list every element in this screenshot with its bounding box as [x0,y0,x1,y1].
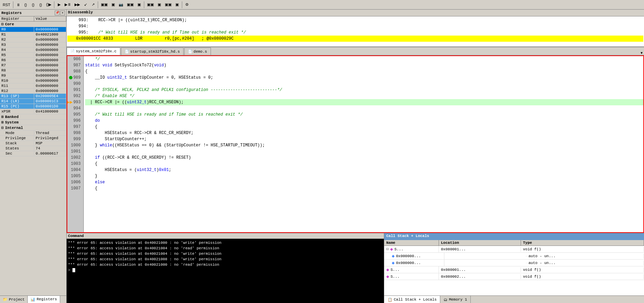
tab-scroll-arrow[interactable]: ▼ [641,51,644,55]
toolbar-stepover-btn[interactable]: ▶▶ [73,1,81,9]
expand-internal-icon[interactable]: ⊟ [1,126,4,130]
toolbar-step4-btn[interactable]: {}▶ [45,1,53,9]
line-num-992: 992 [69,93,82,99]
table-row[interactable]: R14 (LR) 0x080001C3 [0,99,66,104]
breakpoint-989[interactable] [69,76,72,79]
source-code-editor[interactable]: */ static void SetSysClockTo72(void) { _… [84,56,643,232]
code-line-1002: if ((RCC->CR & RCC_CR_HSERDY) != RESET) [85,155,643,161]
expand-system-icon[interactable]: ⊞ [1,120,4,124]
table-row[interactable]: R13 (SP) 0x200005E4 [0,94,66,99]
table-row[interactable]: xPSR 0x41000000 [0,109,66,114]
toolbar-flash-btn[interactable]: ▣▣ [163,1,173,9]
expand-banked-icon[interactable]: ⊞ [1,115,4,119]
tab-system-stm32[interactable]: 📄 system_stm32f10x.c [67,48,120,55]
toolbar-sep-1 [13,1,13,8]
toolbar-step2-btn[interactable]: {} [30,1,37,9]
panel-close-icon[interactable]: ✕ [60,11,65,15]
tab-callstack-locals[interactable]: 📋 Call Stack + Locals [384,296,440,303]
toolbar-stepout-btn[interactable]: ↗ [90,1,96,9]
table-row[interactable]: R3 0x00000000 [0,42,66,48]
toolbar-regs-btn[interactable]: ▣▣ [125,1,135,9]
table-row[interactable]: R6 0x00000000 [0,58,66,63]
list-item[interactable]: ◆ 0x000000... auto - un... [384,253,644,260]
command-content[interactable]: *** error 65: access violation at 0x4002… [67,239,384,274]
tab-registers[interactable]: 📊 Registers [28,296,60,303]
tab-startup-stm32[interactable]: 📄 startup_stm32f10x_hd.s [121,48,184,55]
toolbar-watch-btn[interactable]: ▣ [110,1,117,9]
code-line-1000: } while((HSEStatus == 0) && (StartUpCoun… [85,142,643,148]
registers-panel-header: Registers 📌 ✕ [0,10,66,16]
code-line-992: /* Enable HSE */ [85,93,643,99]
cs-col-name: Name [384,240,439,246]
code-line-1001 [85,148,643,155]
cs-expand-0[interactable]: ⊟ [386,247,389,252]
table-row[interactable]: R10 0x00000000 [0,78,66,83]
toolbar-dbg-btn[interactable]: ▣ [156,1,163,9]
code-line-997: { [85,124,643,130]
reg-group-banked[interactable]: ⊞Banked [0,114,66,120]
expand-core-icon[interactable]: ⊟ [1,22,4,26]
callstack-columns: Name Location Type [384,240,644,246]
table-row[interactable]: R15 (PC) 0x080001D0 [0,104,66,109]
toolbar-step3-btn[interactable]: {} [37,1,44,9]
toolbar-setup-btn[interactable]: ▣▣ [146,1,155,9]
list-item[interactable]: ⊟ ◆ S... 0x080001... void f() [384,246,644,253]
toolbar-run-btn[interactable]: ▶ [56,1,63,9]
reg-value-r11: 0x00000000 [34,83,66,89]
toolbar-pause-btn[interactable]: ⏸ [15,1,22,9]
toolbar-sep-3 [98,1,98,8]
toolbar-rst-btn[interactable]: RST [1,1,12,9]
toolbar-stepinto-btn[interactable]: ↙ [82,1,89,9]
toolbar-step-btn[interactable]: {} [22,1,29,9]
line-num-1001: 1001 [69,148,82,155]
table-row[interactable]: R12 0x00000000 [0,89,66,94]
table-row[interactable]: R8 0x00000000 [0,68,66,73]
code-line-991: /* SYSCLK, HCLK, PCLK2 and PCLK1 configu… [85,87,643,93]
cs-type-1: auto - un... [526,254,644,259]
reg-name-r2: R2 [0,37,34,42]
cmd-line-5: *** error 65: access violation at 0x4002… [68,262,383,267]
table-row[interactable]: R11 0x00000000 [0,83,66,89]
table-row[interactable]: R9 0x00000000 [0,73,66,78]
table-row[interactable]: R7 0x00000000 [0,63,66,68]
toolbar-trace-btn[interactable]: ▣ [136,1,143,9]
toolbar-tools-btn[interactable]: ⚙ [184,1,190,9]
reg-group-system[interactable]: ⊞System [0,120,66,125]
registers-title: Registers [1,11,22,15]
line-num-987: 987 [69,62,82,68]
list-item[interactable]: ◆ S... 0x080001... void f() [384,266,644,273]
cs-loc-0: 0x080001... [439,247,521,252]
list-item[interactable]: ◆ 0x000000... auto - un... [384,260,644,266]
toolbar-mem-btn[interactable]: ▣▣ [99,1,109,9]
table-row[interactable]: R0 0x00000000 [0,27,66,32]
reg-name-r0: R0 [0,27,34,32]
cmd-prompt[interactable]: > [68,267,383,273]
table-row[interactable]: R1 0x40021000 [0,32,66,37]
table-row[interactable]: R4 0x00000000 [0,48,66,53]
reg-value-r7: 0x00000000 [34,63,66,68]
cmd-line-2: *** error 65: access violation at 0x4002… [68,246,383,251]
reg-name-r7: R7 [0,63,34,68]
toolbar-cam-btn[interactable]: 📷 [117,1,125,9]
tab-project[interactable]: 📁 Project [0,296,28,303]
tab-demo[interactable]: 📄 demo.s [184,48,211,55]
reg-stack-label: Stack [0,141,34,146]
registers-table: Register Value ⊟Core R0 0x00000000 [0,16,66,156]
toolbar-stop-btn[interactable]: ▶⏸ [63,1,72,9]
toolbar-ext-btn[interactable]: ▣ [174,1,180,9]
table-row[interactable]: R2 0x00000000 [0,37,66,42]
tab-project-label: Project [9,298,25,302]
table-row[interactable]: R5 0x00000000 [0,53,66,58]
list-item[interactable]: ◆ S... 0x080002... void f() [384,273,644,280]
reg-value-r1: 0x40021000 [34,32,66,37]
registers-scroll-area[interactable]: Register Value ⊟Core R0 0x00000000 [0,16,66,295]
callstack-content[interactable]: ⊟ ◆ S... 0x080001... void f() ◆ 0x000000… [384,246,644,295]
left-bottom-tabs: 📁 Project 📊 Registers [0,295,66,303]
reg-states-value: 74 [34,146,66,151]
code-line-996: do [85,118,643,124]
reg-group-core[interactable]: ⊟Core [0,22,66,27]
panel-pin-icon[interactable]: 📌 [55,11,59,15]
reg-group-internal[interactable]: ⊟Internal [0,125,66,131]
tab-memory1[interactable]: 🗂 Memory 1 [440,296,471,303]
disassembly-content[interactable]: 993: RCC->CR |= ((uint32_t)RCC_CR_HSEON)… [67,16,644,47]
